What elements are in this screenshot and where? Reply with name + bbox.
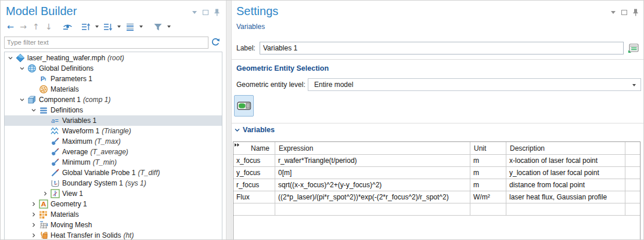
geometric-entity-level-select[interactable]: Entire model <box>308 78 641 91</box>
cell-unit[interactable] <box>470 203 506 216</box>
expand-all-list-up-icon[interactable] <box>81 21 91 32</box>
column-header-name: Name <box>233 142 275 155</box>
geometric-entity-level-row: Geometric entity level: Entire model <box>236 78 641 91</box>
component-cube-icon <box>27 95 37 104</box>
variables-icon: a= <box>50 117 60 124</box>
model-builder-toolbar: ← → ↑ ↓ <box>5 21 172 32</box>
float-window-icon[interactable] <box>621 9 628 16</box>
cell-expression[interactable]: ((2*p_laser)/(pi*r_spot^2))*exp(-(2*r_fo… <box>275 191 470 203</box>
chevron-right-icon[interactable] <box>41 191 50 197</box>
cell-unit[interactable]: m <box>470 155 506 167</box>
collapse-all-caret-icon[interactable] <box>117 26 121 28</box>
float-window-icon[interactable] <box>202 9 209 16</box>
tree-item-materials[interactable]: Materials <box>5 209 222 220</box>
filter-caret-icon[interactable] <box>167 26 171 28</box>
chevron-down-icon[interactable] <box>6 55 15 61</box>
chevron-down-icon[interactable] <box>17 66 27 71</box>
model-builder-panel: Model Builder ← → ↑ ↓ <box>1 1 226 240</box>
label-row: Label: <box>236 41 640 55</box>
materials-grid-icon <box>38 210 48 219</box>
move-down-arrow-icon[interactable]: ↓ <box>44 21 54 32</box>
tree-item-waveform-1[interactable]: Waveform 1 (Triangle) <box>5 126 222 136</box>
tree-item-variables-1[interactable]: a= Variables 1 <box>5 115 222 126</box>
model-builder-window-buttons <box>191 9 220 16</box>
tree-item-global-variable-probe-1[interactable]: Global Variable Probe 1 (T_diff) <box>5 168 222 178</box>
collapse-all-list-down-icon[interactable] <box>103 21 113 32</box>
tree-item-moving-mesh[interactable]: Moving Mesh <box>5 220 222 230</box>
rename-note-icon[interactable] <box>627 42 640 54</box>
cell-description[interactable]: distance from focal point <box>506 179 625 191</box>
active-toggle-button[interactable] <box>234 95 254 117</box>
cell-name[interactable]: r_focus <box>233 179 275 191</box>
tree-item-materials-global[interactable]: Materials <box>5 84 222 94</box>
tree-item-view-1[interactable]: View 1 <box>5 188 222 199</box>
column-header-unit: Unit <box>470 142 506 155</box>
tree-item-definitions[interactable]: Definitions <box>5 105 222 115</box>
tree-item-geometry-1[interactable]: A Geometry 1 <box>5 199 222 209</box>
chevron-right-icon[interactable] <box>29 201 38 207</box>
refresh-icon[interactable] <box>208 37 222 49</box>
maximum-probe-icon <box>50 137 60 146</box>
cell-description[interactable]: y_location of laser focal point <box>506 167 625 179</box>
cell-name[interactable]: Flux <box>233 191 275 203</box>
chevron-right-icon[interactable] <box>29 232 38 238</box>
cell-expression[interactable]: r_wafer*Triangle(t/period) <box>275 155 470 167</box>
cell-name[interactable]: x_focus <box>233 155 275 167</box>
panel-menu-chevron-icon[interactable] <box>610 9 617 16</box>
collapse-chevron-icon <box>234 127 240 133</box>
cell-description[interactable]: x-location of laser focal point <box>506 155 625 167</box>
cell-description[interactable] <box>506 203 625 216</box>
definitions-list-icon <box>38 107 48 114</box>
forward-arrow-icon[interactable]: → <box>18 21 28 32</box>
cell-expression[interactable]: 0[m] <box>275 167 470 179</box>
cell-name[interactable] <box>233 203 275 216</box>
chevron-right-icon[interactable] <box>29 222 38 228</box>
cell-unit[interactable]: W/m² <box>470 191 506 203</box>
pin-icon[interactable] <box>632 9 639 16</box>
chevron-down-icon[interactable] <box>29 107 38 113</box>
variables-table-header: Name Expression Unit Description <box>233 142 640 155</box>
pin-icon[interactable] <box>213 9 220 16</box>
tree-item-boundary-system-1[interactable]: Boundary System 1 (sys 1) <box>5 178 222 188</box>
variables-section-header[interactable]: Variables <box>234 126 275 134</box>
tree-item-global-definitions[interactable]: Global Definitions <box>5 63 222 74</box>
tree-item-heat-transfer-in-solids[interactable]: Heat Transfer in Solids (ht) <box>5 230 222 240</box>
model-tree: laser_heating_wafer.mph (root) Global De… <box>4 52 222 240</box>
panel-menu-chevron-icon[interactable] <box>191 9 198 16</box>
table-row: Flux ((2*p_laser)/(pi*r_spot^2))*exp(-(2… <box>233 191 640 203</box>
cell-filler <box>625 167 640 179</box>
geometric-entity-level-value: Entire model <box>314 81 353 89</box>
cell-description[interactable]: laser heat flux, Gaussian profile <box>506 191 625 203</box>
model-tree-node-caret-icon[interactable] <box>139 26 143 28</box>
chevron-down-icon[interactable] <box>17 97 27 103</box>
show-eye-icon[interactable] <box>62 21 73 32</box>
tree-item-maximum[interactable]: Maximum (T_max) <box>5 136 222 147</box>
chevron-right-icon[interactable] <box>29 212 38 217</box>
cell-unit[interactable]: m <box>470 179 506 191</box>
tree-item-minimum[interactable]: Minimum (T_min) <box>5 157 222 168</box>
tree-item-average[interactable]: Average (T_average) <box>5 147 222 157</box>
tree-item-parameters-1[interactable]: Pi Parameters 1 <box>5 74 222 84</box>
average-probe-icon <box>50 147 60 157</box>
move-up-arrow-icon[interactable]: ↑ <box>31 21 41 32</box>
back-arrow-icon[interactable]: ← <box>5 21 16 32</box>
filter-input[interactable] <box>4 37 208 49</box>
global-variable-probe-icon <box>50 168 60 177</box>
model-tree-node-text-icon[interactable] <box>125 21 135 32</box>
separator <box>232 59 644 60</box>
tree-item-root[interactable]: laser_heating_wafer.mph (root) <box>5 53 222 63</box>
cell-name[interactable]: y_focus <box>233 167 275 179</box>
geometric-entity-selection-header[interactable]: Geometric Entity Selection <box>236 64 329 72</box>
cell-expression[interactable]: sqrt((x-x_focus)^2+(y-y_focus)^2) <box>275 179 470 191</box>
parameters-icon: Pi <box>38 75 48 82</box>
heat-transfer-cube-icon <box>38 231 48 240</box>
cell-unit[interactable]: m <box>470 167 506 179</box>
filter-funnel-icon[interactable] <box>153 21 163 32</box>
expand-all-caret-icon[interactable] <box>95 26 99 28</box>
separator <box>232 123 644 123</box>
cell-expression[interactable] <box>275 203 470 216</box>
panel-splitter[interactable] <box>226 1 232 240</box>
tree-item-component-1[interactable]: Component 1 (comp 1) <box>5 94 222 105</box>
globe-icon <box>27 64 37 73</box>
label-input[interactable] <box>260 42 624 54</box>
